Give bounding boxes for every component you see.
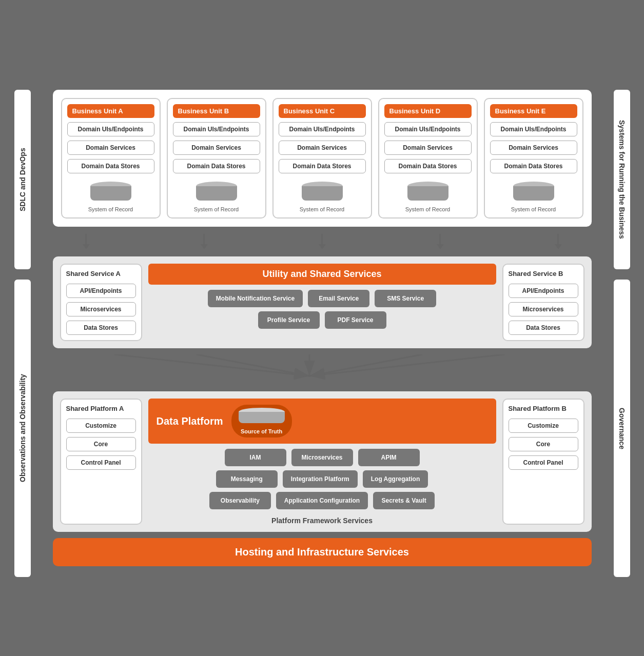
platform-row-0: IAMMicroservicesAPIM bbox=[148, 449, 496, 466]
utility-svc-0-1: Email Service bbox=[308, 290, 369, 307]
utility-header: Utility and Shared Services bbox=[148, 264, 496, 285]
bu-item-1-0: Domain UIs/Endpoints bbox=[173, 122, 260, 136]
utility-center: Utility and Shared ServicesMobile Notifi… bbox=[148, 264, 496, 341]
system-of-record-2: System of Record bbox=[279, 182, 366, 212]
platform-services-grid: IAMMicroservicesAPIMMessagingIntegration… bbox=[148, 449, 496, 509]
platform-row-2: ObservabilityApplication ConfigurationSe… bbox=[148, 492, 496, 509]
data-platform-header: Data Platform Source of Truth bbox=[148, 399, 496, 444]
bu-item-0-0: Domain UIs/Endpoints bbox=[67, 122, 154, 136]
shared-service-a-title: Shared Service A bbox=[66, 270, 136, 277]
sot-label: Source of Truth bbox=[241, 428, 282, 434]
platform-svc-2-2: Secrets & Vault bbox=[373, 492, 435, 509]
spb-item-1: Core bbox=[509, 437, 578, 451]
business-units-section: Business Unit ADomain UIs/EndpointsDomai… bbox=[53, 90, 592, 227]
spa-item-1: Core bbox=[66, 437, 136, 451]
shared-utility-section: Shared Service AAPI/EndpointsMicroservic… bbox=[53, 256, 592, 348]
hosting-section: Hosting and Infrastructure Services bbox=[53, 538, 592, 566]
arrow-bu-3 bbox=[437, 234, 444, 249]
platform-svc-1-1: Integration Platform bbox=[283, 470, 358, 488]
sor-label-0: System of Record bbox=[88, 206, 133, 212]
sor-label-4: System of Record bbox=[511, 206, 556, 212]
system-of-record-4: System of Record bbox=[490, 182, 577, 212]
ssb-item-1: Microservices bbox=[509, 302, 578, 316]
arrow-bu-1 bbox=[201, 234, 208, 249]
utility-svc-0-2: SMS Service bbox=[375, 290, 436, 307]
system-of-record-3: System of Record bbox=[384, 182, 472, 212]
utility-services-grid: Mobile Notification ServiceEmail Service… bbox=[148, 290, 496, 329]
bu-header-3: Business Unit D bbox=[384, 104, 472, 118]
spa-item-2: Control Panel bbox=[66, 455, 136, 470]
system-of-record-1: System of Record bbox=[173, 182, 260, 212]
governance-label: Governance bbox=[614, 280, 630, 577]
arrows-utility-to-platform bbox=[53, 354, 592, 385]
business-unit-1: Business Unit BDomain UIs/EndpointsDomai… bbox=[167, 98, 266, 218]
shared-platform-a: Shared Platform ACustomizeCoreControl Pa… bbox=[60, 399, 142, 525]
bu-header-0: Business Unit A bbox=[67, 104, 154, 118]
bu-item-3-1: Domain Services bbox=[384, 141, 472, 155]
utility-svc-0-0: Mobile Notification Service bbox=[208, 290, 303, 307]
arrow-bu-0 bbox=[83, 234, 90, 249]
shared-platform-b: Shared Platform BCustomizeCoreControl Pa… bbox=[502, 399, 584, 525]
observations-label: Observations and Observability bbox=[14, 280, 31, 577]
platform-svc-0-0: IAM bbox=[225, 449, 286, 466]
bu-header-1: Business Unit B bbox=[173, 104, 260, 118]
hosting-label: Hosting and Infrastructure Services bbox=[235, 546, 409, 558]
business-unit-4: Business Unit EDomain UIs/EndpointsDomai… bbox=[484, 98, 583, 218]
ssa-item-1: Microservices bbox=[66, 302, 136, 316]
bu-header-4: Business Unit E bbox=[490, 104, 577, 118]
outer-wrapper: SDLC and DevOps Observations and Observa… bbox=[14, 79, 630, 577]
data-platform-title: Data Platform bbox=[157, 415, 223, 427]
bu-item-4-2: Domain Data Stores bbox=[490, 159, 577, 173]
bu-item-2-0: Domain UIs/Endpoints bbox=[279, 122, 366, 136]
platform-svc-0-2: APIM bbox=[358, 449, 420, 466]
platform-framework-label: Platform Framework Services bbox=[148, 516, 496, 525]
spb-item-2: Control Panel bbox=[509, 455, 578, 470]
platform-row-1: MessagingIntegration PlatformLog Aggrega… bbox=[148, 470, 496, 488]
bu-item-0-1: Domain Services bbox=[67, 141, 154, 155]
bu-item-3-0: Domain UIs/Endpoints bbox=[384, 122, 472, 136]
spa-item-0: Customize bbox=[66, 419, 136, 433]
utility-row-1: Profile ServicePDF Service bbox=[148, 311, 496, 329]
ssa-item-2: Data Stores bbox=[66, 321, 136, 335]
platform-svc-2-1: Application Configuration bbox=[276, 492, 368, 509]
systems-label: Systems for Running the Business bbox=[614, 90, 630, 269]
bu-item-4-0: Domain UIs/Endpoints bbox=[490, 122, 577, 136]
bu-item-2-2: Domain Data Stores bbox=[279, 159, 366, 173]
platform-section: Shared Platform ACustomizeCoreControl Pa… bbox=[53, 391, 592, 532]
bu-item-0-2: Domain Data Stores bbox=[67, 159, 154, 173]
bu-item-4-1: Domain Services bbox=[490, 141, 577, 155]
utility-svc-1-1: PDF Service bbox=[325, 311, 386, 329]
platform-svc-2-0: Observability bbox=[209, 492, 271, 509]
utility-svc-1-0: Profile Service bbox=[258, 311, 320, 329]
ssb-item-2: Data Stores bbox=[509, 321, 578, 335]
shared-service-a: Shared Service AAPI/EndpointsMicroservic… bbox=[60, 264, 142, 341]
shared-platform-a-title: Shared Platform A bbox=[66, 405, 136, 412]
shared-service-b: Shared Service BAPI/EndpointsMicroservic… bbox=[502, 264, 584, 341]
bu-item-2-1: Domain Services bbox=[279, 141, 366, 155]
business-unit-3: Business Unit DDomain UIs/EndpointsDomai… bbox=[378, 98, 478, 218]
source-of-truth-badge: Source of Truth bbox=[231, 405, 292, 438]
sor-label-1: System of Record bbox=[194, 206, 239, 212]
business-unit-0: Business Unit ADomain UIs/EndpointsDomai… bbox=[61, 98, 161, 218]
data-platform-center: Data Platform Source of Truth IAMMicrose… bbox=[148, 399, 496, 525]
sor-label-3: System of Record bbox=[405, 206, 450, 212]
platform-svc-1-2: Log Aggregation bbox=[363, 470, 428, 488]
bu-item-1-1: Domain Services bbox=[173, 141, 260, 155]
bu-header-2: Business Unit C bbox=[279, 104, 366, 118]
bu-item-3-2: Domain Data Stores bbox=[384, 159, 472, 173]
utility-row-0: Mobile Notification ServiceEmail Service… bbox=[148, 290, 496, 307]
sor-label-2: System of Record bbox=[300, 206, 344, 212]
sdlc-label: SDLC and DevOps bbox=[14, 90, 31, 269]
bu-item-1-2: Domain Data Stores bbox=[173, 159, 260, 173]
main-content: Business Unit ADomain UIs/EndpointsDomai… bbox=[53, 90, 592, 566]
arrow-bu-4 bbox=[555, 234, 562, 249]
arrows-bu-to-utility bbox=[53, 233, 592, 250]
ssa-item-0: API/Endpoints bbox=[66, 284, 136, 298]
shared-service-b-title: Shared Service B bbox=[509, 270, 578, 277]
ssb-item-0: API/Endpoints bbox=[509, 284, 578, 298]
platform-svc-0-1: Microservices bbox=[291, 449, 353, 466]
system-of-record-0: System of Record bbox=[67, 182, 154, 212]
spb-item-0: Customize bbox=[509, 419, 578, 433]
platform-svc-1-0: Messaging bbox=[216, 470, 278, 488]
arrow-bu-2 bbox=[319, 234, 326, 249]
